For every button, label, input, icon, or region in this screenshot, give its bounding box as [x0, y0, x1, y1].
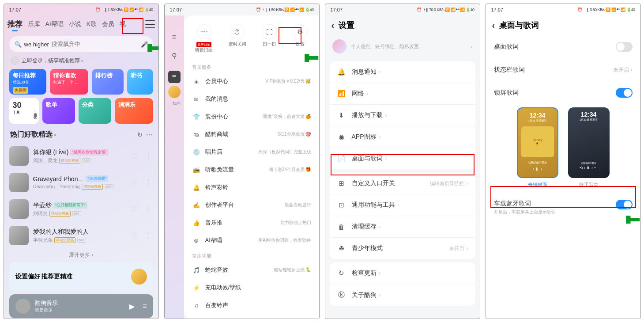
drawer-item[interactable]: ⊞切换模式 [184, 314, 319, 319]
settings-item[interactable]: ⊡通用功能与工具› [330, 194, 475, 216]
settings-item[interactable]: ↻检查更新› [330, 262, 475, 284]
quick-action[interactable]: ⛶扫一扫 [262, 24, 277, 53]
track-row[interactable]: 半壶纱 "心肝都酥折弯了" 刘珂矣 律动短视频 MV ♡ ⋮ [4, 196, 158, 222]
toggle-desktop-lyrics[interactable] [616, 42, 633, 52]
settings-group-3: ↻检查更新›ⓚ关于酷狗› [330, 262, 475, 306]
heart-icon[interactable]: ♡ [129, 152, 139, 160]
row-lockscreen-lyrics[interactable]: 锁屏歌词 [486, 81, 640, 105]
preview-artist-photo[interactable]: 12:34 1月23日 星期五 让我怎能不爱你 ⟲ ‹ ⏸ › ⋯ 歌手写真 [568, 107, 610, 188]
preview-album-cover[interactable]: 12:34 1月23日 星期五 honey🌻 让我怎能不爱你 ‹ ⏸ › 专辑封… [517, 107, 558, 188]
hamburger-menu-icon[interactable] [145, 20, 155, 28]
tab-vip[interactable]: 会员 [102, 20, 114, 28]
settings-item[interactable]: 📄桌面与歌词› [330, 148, 475, 169]
search-input: we higher [24, 41, 49, 48]
more-icon[interactable]: ⋮ [143, 232, 153, 240]
tab-ai-sing[interactable]: AI帮唱 [45, 20, 64, 28]
tab-recommend[interactable]: 推荐 [8, 19, 23, 29]
track-art [9, 173, 29, 192]
chevron-right-icon: › [471, 44, 473, 49]
drawer-item[interactable]: 🔔铃声彩铃 [184, 179, 319, 196]
drawer-item[interactable]: ◈会员中心VIP秒底价￥0.02/天 🥳 [184, 72, 319, 90]
track-list: 算你狠 (Live) "盛美欢歌怡晚全场" 周深、梁龙 律动短视频 MV ♡ ⋮… [4, 143, 158, 249]
screen-home: 17:07 ⏰ ⋮∥ 1.50 KB/s 🛜 📶 ⁴ᴳ 📶 🔋40 推荐 乐库 … [4, 4, 159, 319]
play-icon[interactable]: ▶ [129, 302, 135, 311]
track-row[interactable]: 爱我的人和我爱的人 半吨兄弟 律动短视频 MV ♡ ⋮ [4, 222, 158, 249]
header: ‹ 桌面与歌词 [486, 15, 640, 35]
heart-icon[interactable]: ♡ [129, 205, 139, 213]
quick-action[interactable]: 〰世界冠军听歌识曲 [195, 24, 213, 53]
settings-item[interactable]: ⬇播放与下载› [330, 104, 475, 126]
settings-item[interactable]: ⊞自定义入口开关编辑首页导航栏› [330, 173, 475, 194]
settings-item[interactable]: ◉APP图标› [330, 126, 475, 148]
tile[interactable]: 听书 [127, 69, 153, 95]
statusbar: 17:07 ⏰ ⋮∥ 70.0 KB/s 🛜 📶 ⁴ᴳ 📶 🔋40 [325, 4, 480, 15]
search-bar[interactable]: 🔍 we higher 搜索飙升中 🎤 [9, 36, 153, 52]
track-art [9, 146, 29, 166]
row-desktop-lyrics[interactable]: 桌面歌词 [486, 35, 640, 59]
page-title: 设置 [339, 20, 354, 30]
row-car-bt-lyrics[interactable]: 车载蓝牙歌词 开启后，车载屏幕上会显示歌词 [486, 193, 640, 222]
refresh-icon[interactable]: ↻ [137, 131, 143, 138]
expand-more[interactable]: 展开更多 › [4, 251, 158, 259]
tile[interactable]: 分类 [79, 98, 111, 124]
more-icon[interactable]: ⋮ [143, 152, 153, 160]
settings-item[interactable]: 🗑清理缓存› [330, 216, 475, 237]
more-icon[interactable]: ⋮ [143, 205, 153, 213]
tab-novel[interactable]: 小说 [69, 20, 81, 28]
player-title: 酷狗音乐 [35, 299, 58, 307]
tile[interactable]: 排行榜 [92, 69, 124, 95]
login-prompt[interactable]: 立即登录，畅享精准推荐 › [11, 57, 151, 65]
tile[interactable]: 歌单 [42, 98, 75, 124]
status-icons: ⏰ ⋮∥ 1.50 KB/s 🛜 📶 ⁴ᴳ 📶 🔋40 [95, 8, 153, 12]
drawer-item[interactable]: ✍创作者平台歌曲自助发行 [184, 196, 319, 214]
drawer-item[interactable]: ♫百变铃声 [184, 296, 319, 314]
back-icon[interactable]: ‹ [331, 20, 335, 30]
tile[interactable]: 消消乐 [115, 98, 153, 124]
search-icon: ⚲ [172, 52, 177, 60]
tile-row-1: 每日推荐精选30首免费听猜你喜欢红遍了一个…排行榜听书 [4, 69, 158, 95]
tile[interactable]: 每日推荐精选30首免费听 [9, 69, 47, 95]
tile[interactable]: 30十月天·黑·夜 [9, 98, 39, 124]
drawer-item[interactable]: 👕装扮中心"魔发"装扮，前途大发 🍊 [184, 108, 319, 125]
settings-item[interactable]: 🔔消息通知› [330, 61, 475, 83]
drawer-item[interactable]: 🎵蝰蛇音效黑钻蝰蛇新上线 🐍 [184, 261, 319, 279]
settings-group-2: ⊞自定义入口开关编辑首页导航栏›⊡通用功能与工具›🗑清理缓存›☘青少年模式未开启… [330, 173, 475, 259]
playlist-icon[interactable]: ≡ [143, 302, 147, 311]
drawer-panel: 〰世界冠军听歌识曲⏱定时关闭⛶扫一扫⚙设置 音乐服务 ◈会员中心VIP秒底价￥0… [184, 15, 319, 319]
track-row[interactable]: 算你狠 (Live) "盛美欢歌怡晚全场" 周深、梁龙 律动短视频 MV ♡ ⋮ [4, 143, 158, 169]
drawer-item[interactable]: 💿唱片店周深《反深代词》完整上线 [184, 143, 319, 161]
heart-icon[interactable]: ♡ [129, 179, 139, 187]
drawer-item[interactable]: ⊚AI帮唱用AI模仿你唱歌，秒变歌神 [184, 232, 319, 249]
track-row[interactable]: Graveyard Phon… "压迫感喔" DeadJxhn、Yavomag … [4, 169, 158, 196]
tab-video[interactable]: 视 [120, 20, 126, 28]
account-row[interactable]: 个人信息、账号绑定、隐私设置 › [325, 35, 480, 58]
drawer-item[interactable]: 📻听歌免流量领卡送24个月会员 🎁 [184, 161, 319, 179]
tile[interactable]: 猜你喜欢红遍了一个… [50, 69, 88, 95]
set-preferences-card[interactable]: 设置偏好 推荐更精准 [9, 262, 153, 291]
drawer-item[interactable]: 👍音乐推助力歌曲上热门 [184, 214, 319, 232]
background-peek: ≡⚲ ≡ 我的 [165, 15, 184, 319]
drawer-item[interactable]: ✉我的消息 [184, 90, 319, 108]
quick-action[interactable]: ⏱定时关闭 [229, 24, 246, 53]
settings-item[interactable]: ⓚ关于酷狗› [330, 284, 475, 306]
heart-icon[interactable]: ♡ [129, 232, 139, 240]
row-statusbar-lyrics[interactable]: 状态栏歌词 未开启 › [486, 59, 640, 81]
toggle-car-bt-lyrics[interactable] [616, 200, 633, 209]
track-art [9, 199, 29, 219]
mini-player[interactable]: 酷狗音乐 就是歌多 ▶ ≡ [9, 294, 153, 318]
more-icon[interactable]: ⋯ [146, 131, 152, 138]
drawer-item[interactable]: ⚡充电动效/壁纸 [184, 279, 319, 296]
screen-drawer: 17:07 ⏰ ⋮∥ 1.50 KB/s 🛜 📶 ⁴ᴳ 📶 🔋40 ≡⚲ ≡ 我… [164, 4, 320, 319]
statusbar: 17:07 ⏰ ⋮∥ 1.50 KB/s 🛜 📶 ⁴ᴳ 📶 🔋40 [4, 4, 158, 15]
tab-karaoke[interactable]: K歌 [87, 20, 97, 28]
back-icon[interactable]: ‹ [492, 20, 495, 30]
tab-library[interactable]: 乐库 [28, 20, 40, 28]
toggle-lockscreen-lyrics[interactable] [616, 88, 633, 98]
settings-item[interactable]: ☘青少年模式未开启› [330, 237, 475, 259]
quick-row: 〰世界冠军听歌识曲⏱定时关闭⛶扫一扫⚙设置 [184, 21, 319, 61]
drawer-item[interactable]: 🛍酷狗商城双11全场低价 🎯 [184, 125, 319, 143]
settings-item[interactable]: 📶网络› [330, 83, 475, 104]
more-icon[interactable]: ⋮ [143, 179, 153, 187]
screen-desktop-lyrics: 17:07 ⏰ ⋮∥ 3.60 KB/s 🛜 📶 ⁴ᴳ 📶 🔋40 ‹ 桌面与歌… [486, 4, 641, 319]
chevron-right-icon[interactable]: › [54, 132, 56, 138]
